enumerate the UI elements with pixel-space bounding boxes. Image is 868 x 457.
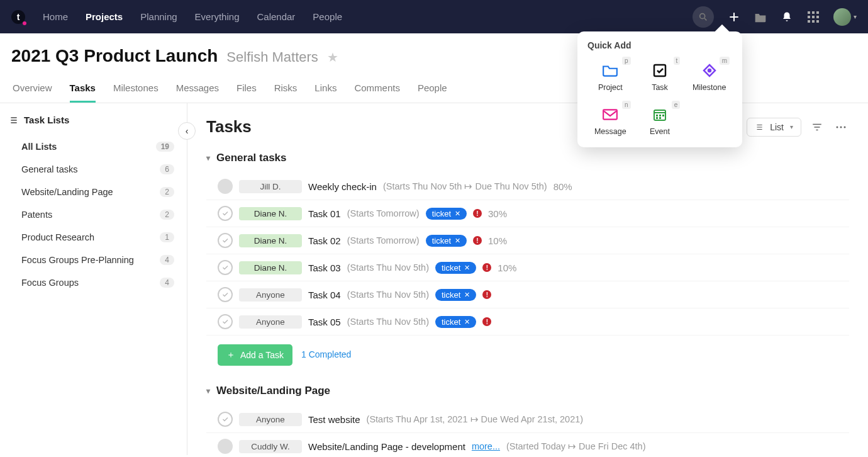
- quick-add-event[interactable]: eEvent: [637, 101, 683, 141]
- task-name: Task 04: [308, 290, 341, 300]
- complete-checkbox[interactable]: [218, 412, 233, 427]
- group-header[interactable]: ▾General tasks: [206, 152, 849, 164]
- task-group: ▾Website/Landing PageAnyoneTest website(…: [206, 385, 849, 455]
- filter-button[interactable]: [809, 120, 825, 135]
- task-list-item[interactable]: General tasks6: [9, 159, 178, 179]
- top-nav-left: t HomeProjectsPlanningEverythingCalendar…: [11, 10, 342, 24]
- task-row[interactable]: Diane N.Task 03(Starts Thu Nov 5th)ticke…: [206, 254, 849, 281]
- group-header[interactable]: ▾Website/Landing Page: [206, 385, 849, 397]
- tag-chip[interactable]: ticket ✕: [426, 208, 467, 220]
- tab-risks[interactable]: Risks: [274, 82, 298, 103]
- assignee-chip[interactable]: Diane N.: [239, 261, 302, 274]
- nav-items: HomeProjectsPlanningEverythingCalendarPe…: [43, 11, 342, 22]
- task-list-item[interactable]: Product Research1: [9, 227, 178, 247]
- files-button[interactable]: [754, 11, 767, 23]
- complete-checkbox[interactable]: [218, 314, 233, 329]
- folder-icon: [754, 11, 767, 23]
- tag-chip[interactable]: ticket ✕: [435, 262, 476, 274]
- app-logo[interactable]: t: [11, 10, 25, 24]
- view-selector[interactable]: List ▾: [747, 118, 801, 137]
- count-badge: 1: [160, 232, 174, 242]
- assignee-chip[interactable]: Diane N.: [239, 234, 302, 247]
- task-row[interactable]: Cuddly W.Website/Landing Page - developm…: [206, 433, 849, 455]
- task-row[interactable]: Diane N.Task 02(Starts Tomorrow)ticket ✕…: [206, 227, 849, 254]
- progress-percent: 10%: [498, 262, 516, 273]
- star-icon[interactable]: ★: [327, 50, 338, 65]
- assignee-chip[interactable]: Anyone: [239, 315, 302, 329]
- remove-tag-icon[interactable]: ✕: [455, 210, 460, 218]
- avatar-placeholder: [218, 179, 233, 194]
- bell-icon: [781, 11, 793, 23]
- svg-rect-6: [816, 16, 819, 18]
- task-date: (Starts Tomorrow): [347, 208, 420, 218]
- tag-chip[interactable]: ticket ✕: [426, 235, 467, 247]
- tab-people[interactable]: People: [418, 82, 447, 103]
- add-button[interactable]: [728, 11, 740, 23]
- task-row[interactable]: AnyoneTask 04(Starts Thu Nov 5th)ticket …: [206, 281, 849, 308]
- complete-checkbox[interactable]: [218, 260, 233, 275]
- assignee-chip[interactable]: Cuddly W.: [239, 440, 302, 453]
- nav-home[interactable]: Home: [43, 11, 68, 22]
- tab-milestones[interactable]: Milestones: [113, 82, 159, 103]
- remove-tag-icon[interactable]: ✕: [455, 237, 460, 245]
- quick-add-project[interactable]: pProject: [587, 57, 633, 97]
- collapse-sidebar-button[interactable]: ‹: [178, 122, 196, 140]
- tag-chip[interactable]: ticket ✕: [435, 289, 476, 301]
- task-row[interactable]: Diane N.Task 01(Starts Tomorrow)ticket ✕…: [206, 200, 849, 227]
- task-list-item[interactable]: Focus Groups4: [9, 273, 178, 293]
- task-name: Website/Landing Page - development: [308, 441, 465, 452]
- nav-planning[interactable]: Planning: [140, 11, 177, 22]
- more-button[interactable]: [833, 123, 849, 132]
- tab-tasks[interactable]: Tasks: [70, 82, 96, 103]
- remove-tag-icon[interactable]: ✕: [464, 291, 470, 299]
- filter-icon: [811, 122, 823, 132]
- task-list-item[interactable]: Patents2: [9, 205, 178, 225]
- remove-tag-icon[interactable]: ✕: [464, 264, 470, 272]
- task-list-item[interactable]: All Lists19: [9, 137, 178, 157]
- task-row[interactable]: AnyoneTask 05(Starts Thu Nov 5th)ticket …: [206, 308, 849, 336]
- avatar-placeholder: [218, 439, 233, 454]
- tab-links[interactable]: Links: [314, 82, 337, 103]
- quick-add-task[interactable]: tTask: [637, 57, 683, 97]
- complete-checkbox[interactable]: [218, 233, 233, 248]
- search-button[interactable]: [693, 6, 714, 28]
- quick-add-title: Quick Add: [587, 40, 732, 50]
- tab-comments[interactable]: Comments: [354, 82, 400, 103]
- assignee-chip[interactable]: Jill D.: [239, 180, 302, 193]
- remove-tag-icon[interactable]: ✕: [464, 318, 470, 326]
- notifications-button[interactable]: [781, 11, 793, 23]
- task-name: Task 01: [308, 208, 341, 219]
- task-list-item[interactable]: Website/Landing Page2: [9, 182, 178, 202]
- complete-checkbox[interactable]: [218, 287, 233, 302]
- nav-people[interactable]: People: [313, 11, 342, 22]
- task-group: ▾General tasksJill D.Weekly check-in(Sta…: [206, 152, 849, 366]
- quick-add-message[interactable]: nMessage: [587, 101, 633, 141]
- tab-overview[interactable]: Overview: [13, 82, 52, 103]
- assignee-chip[interactable]: Anyone: [239, 288, 302, 302]
- more-link[interactable]: more...: [472, 441, 500, 451]
- tag-chip[interactable]: ticket ✕: [435, 316, 476, 328]
- task-row[interactable]: AnyoneTest website(Starts Thu Apr 1st, 2…: [206, 406, 849, 433]
- svg-rect-3: [816, 11, 819, 14]
- task-row[interactable]: Jill D.Weekly check-in(Starts Thu Nov 5t…: [206, 173, 849, 200]
- quick-add-milestone[interactable]: mMilestone: [686, 57, 732, 97]
- nav-projects[interactable]: Projects: [86, 11, 123, 22]
- completed-link[interactable]: 1 Completed: [301, 349, 351, 359]
- user-avatar: [833, 8, 851, 26]
- task-list-item[interactable]: Focus Groups Pre-Planning4: [9, 250, 178, 270]
- task-date: (Starts Thu Nov 5th): [347, 262, 429, 273]
- nav-calendar[interactable]: Calendar: [257, 11, 295, 22]
- assignee-chip[interactable]: Anyone: [239, 413, 302, 426]
- user-menu[interactable]: ▾: [833, 8, 857, 26]
- shortcut-key: p: [622, 57, 631, 65]
- apps-button[interactable]: [807, 11, 820, 23]
- complete-checkbox[interactable]: [218, 206, 233, 221]
- nav-everything[interactable]: Everything: [195, 11, 240, 22]
- add-task-button[interactable]: ＋ Add a Task: [218, 344, 292, 366]
- chevron-down-icon: ▾: [790, 123, 793, 130]
- search-icon: [698, 12, 708, 22]
- tab-files[interactable]: Files: [236, 82, 257, 103]
- assignee-chip[interactable]: Diane N.: [239, 207, 302, 220]
- tab-messages[interactable]: Messages: [176, 82, 219, 103]
- main-content: Tasks List ▾ ▾General tasksJill D.Weekly…: [187, 103, 868, 455]
